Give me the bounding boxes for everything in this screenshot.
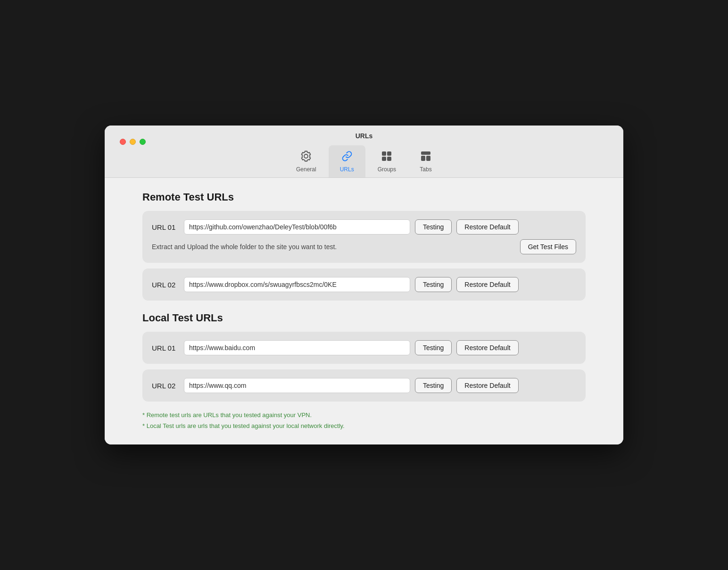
remote-url02-restore-button[interactable]: Restore Default bbox=[456, 277, 518, 292]
svg-rect-3 bbox=[387, 157, 391, 161]
remote-section: Remote Test URLs URL 01 Testing Restore … bbox=[142, 191, 586, 301]
remote-url02-row: URL 02 Testing Restore Default bbox=[152, 277, 576, 292]
tab-groups[interactable]: Groups bbox=[366, 145, 407, 177]
toolbar: General URLs bbox=[285, 145, 443, 177]
local-url01-label: URL 01 bbox=[152, 344, 179, 352]
local-url02-testing-button[interactable]: Testing bbox=[415, 378, 452, 393]
tab-general[interactable]: General bbox=[285, 145, 328, 177]
remote-url01-card: URL 01 Testing Restore Default Extract a… bbox=[142, 211, 586, 263]
titlebar: URLs General bbox=[105, 126, 623, 178]
local-url02-card: URL 02 Testing Restore Default bbox=[142, 369, 586, 402]
tabs-icon bbox=[420, 150, 432, 164]
local-url02-label: URL 02 bbox=[152, 382, 179, 390]
footnote-line2: * Local Test urls are urls that you test… bbox=[142, 421, 586, 431]
local-section-title: Local Test URLs bbox=[142, 312, 586, 324]
main-window: URLs General bbox=[105, 126, 623, 444]
footnotes: * Remote test urls are URLs that you tes… bbox=[142, 410, 586, 431]
tab-urls-label: URLs bbox=[340, 166, 354, 173]
remote-url02-card: URL 02 Testing Restore Default bbox=[142, 268, 586, 301]
remote-url01-row: URL 01 Testing Restore Default bbox=[152, 219, 576, 235]
remote-url01-desc: Extract and Upload the whole folder to t… bbox=[152, 243, 514, 251]
minimize-button[interactable] bbox=[130, 139, 136, 145]
get-test-files-button[interactable]: Get Test Files bbox=[520, 239, 576, 254]
footnote-line1: * Remote test urls are URLs that you tes… bbox=[142, 410, 586, 420]
svg-rect-5 bbox=[421, 156, 425, 161]
remote-url01-extra: Extract and Upload the whole folder to t… bbox=[152, 239, 576, 254]
maximize-button[interactable] bbox=[140, 139, 146, 145]
remote-url02-label: URL 02 bbox=[152, 281, 179, 289]
titlebar-row: URLs bbox=[112, 132, 616, 140]
local-url02-input[interactable] bbox=[184, 378, 410, 393]
window-title: URLs bbox=[356, 132, 373, 140]
tab-tabs[interactable]: Tabs bbox=[408, 145, 443, 177]
remote-url01-input[interactable] bbox=[184, 219, 410, 235]
close-button[interactable] bbox=[120, 139, 126, 145]
svg-rect-4 bbox=[421, 151, 430, 155]
local-url01-input[interactable] bbox=[184, 340, 410, 355]
remote-url01-label: URL 01 bbox=[152, 223, 179, 231]
main-content: Remote Test URLs URL 01 Testing Restore … bbox=[105, 178, 623, 444]
remote-url02-input[interactable] bbox=[184, 277, 410, 292]
local-url01-testing-button[interactable]: Testing bbox=[415, 340, 452, 355]
local-url01-row: URL 01 Testing Restore Default bbox=[152, 340, 576, 355]
tab-general-label: General bbox=[296, 166, 316, 173]
tab-groups-label: Groups bbox=[378, 166, 396, 173]
local-section: Local Test URLs URL 01 Testing Restore D… bbox=[142, 312, 586, 402]
local-url01-card: URL 01 Testing Restore Default bbox=[142, 332, 586, 364]
local-url01-restore-button[interactable]: Restore Default bbox=[456, 340, 518, 355]
gear-icon bbox=[300, 150, 312, 164]
svg-rect-2 bbox=[382, 157, 386, 161]
svg-rect-6 bbox=[426, 156, 430, 161]
svg-rect-1 bbox=[387, 151, 391, 156]
traffic-lights bbox=[120, 139, 146, 145]
local-url02-restore-button[interactable]: Restore Default bbox=[456, 378, 518, 393]
tab-tabs-label: Tabs bbox=[420, 166, 431, 173]
remote-section-title: Remote Test URLs bbox=[142, 191, 586, 203]
link-icon bbox=[341, 150, 353, 164]
groups-icon bbox=[381, 150, 393, 164]
remote-url02-testing-button[interactable]: Testing bbox=[415, 277, 452, 292]
remote-url01-testing-button[interactable]: Testing bbox=[415, 219, 452, 235]
svg-rect-0 bbox=[382, 151, 386, 156]
remote-url01-restore-button[interactable]: Restore Default bbox=[456, 219, 518, 235]
local-url02-row: URL 02 Testing Restore Default bbox=[152, 378, 576, 393]
tab-urls[interactable]: URLs bbox=[329, 145, 365, 177]
